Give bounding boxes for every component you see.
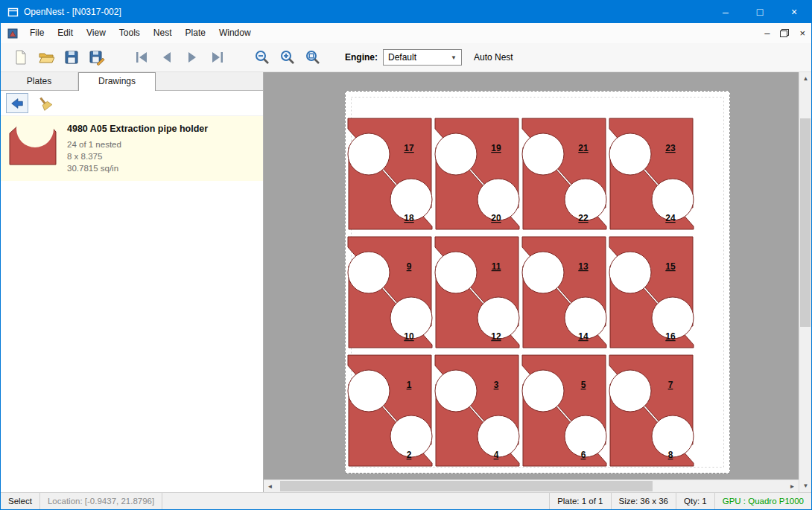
plate-sheet[interactable]: 171819202122232491011121314151612345678 (345, 91, 730, 474)
panel-tabs: Plates Drawings (1, 72, 263, 91)
back-button[interactable] (6, 93, 28, 113)
content-area: Plates Drawings 4980 A05 Extraction pipe… (1, 72, 811, 492)
part-number: 18 (404, 213, 414, 223)
window-title: OpenNest - [N0317-002] (24, 7, 708, 17)
part-pair[interactable]: 56 (522, 355, 606, 466)
last-plate-button[interactable] (205, 46, 230, 68)
part-number: 22 (578, 213, 589, 223)
part-pair[interactable]: 1920 (435, 118, 519, 229)
part-number: 3 (494, 380, 499, 390)
part-number: 15 (665, 261, 676, 272)
engine-dropdown[interactable]: Default ▼ (383, 49, 462, 66)
menu-window[interactable]: Window (212, 23, 258, 43)
part-number: 23 (665, 143, 676, 153)
go-last-icon (209, 49, 226, 66)
scroll-left-icon[interactable]: ◄ (264, 480, 276, 492)
part-pair[interactable]: 1516 (609, 237, 694, 348)
status-spacer (162, 493, 549, 509)
drawing-nested-count: 24 of 1 nested (67, 138, 208, 150)
status-location: Location: [-0.9437, 21.8796] (40, 493, 162, 509)
maximize-button[interactable]: □ (743, 1, 777, 23)
zoom-fit-icon (305, 49, 321, 66)
zoom-out-icon (254, 49, 270, 66)
status-size: Size: 36 x 36 (611, 493, 676, 509)
scroll-up-icon[interactable]: ▲ (799, 72, 812, 85)
document-icon (7, 28, 19, 39)
minimize-button[interactable]: – (708, 1, 743, 23)
part-number: 12 (491, 331, 501, 342)
mdi-close-button[interactable]: × (799, 28, 805, 39)
mdi-minimize-button[interactable]: – (764, 28, 770, 39)
engine-selected-value: Default (388, 52, 416, 63)
part-pair[interactable]: 2324 (609, 118, 694, 229)
go-first-icon (133, 49, 150, 66)
drawing-item-info: 4980 A05 Extraction pipe holder 24 of 1 … (67, 123, 208, 174)
open-button[interactable] (34, 46, 59, 68)
part-number: 20 (491, 213, 501, 223)
horizontal-scroll-thumb[interactable] (280, 481, 653, 491)
clean-button[interactable] (34, 93, 56, 113)
back-arrow-icon (10, 96, 25, 111)
open-folder-icon (38, 49, 54, 66)
scroll-right-icon[interactable]: ► (786, 480, 799, 492)
close-button[interactable]: × (777, 1, 811, 23)
part-pair[interactable]: 2122 (522, 118, 606, 229)
part-pair[interactable]: 78 (609, 355, 694, 466)
go-next-icon (184, 49, 200, 66)
status-gpu: GPU : Quadro P1000 (714, 493, 811, 509)
part-pair[interactable]: 1112 (435, 237, 519, 348)
menu-nest[interactable]: Nest (147, 23, 179, 43)
parts-panel: Plates Drawings 4980 A05 Extraction pipe… (1, 72, 264, 492)
save-edit-button[interactable] (84, 46, 110, 68)
scroll-down-icon[interactable]: ▼ (799, 479, 812, 492)
mdi-restore-button[interactable] (780, 29, 789, 37)
chevron-down-icon: ▼ (451, 54, 457, 61)
new-document-icon (13, 49, 29, 66)
menu-tools[interactable]: Tools (112, 23, 147, 43)
save-icon (63, 49, 80, 66)
previous-plate-button[interactable] (154, 46, 180, 68)
part-pair[interactable]: 1718 (348, 118, 432, 229)
menu-plate[interactable]: Plate (179, 23, 212, 43)
part-thumbnail-icon (8, 123, 57, 174)
zoom-fit-button[interactable] (300, 46, 326, 68)
status-qty: Qty: 1 (676, 493, 714, 509)
zoom-in-icon (279, 49, 296, 66)
drawing-title: 4980 A05 Extraction pipe holder (67, 124, 208, 134)
part-number: 11 (492, 261, 501, 272)
menu-view[interactable]: View (80, 23, 112, 43)
menu-file[interactable]: File (23, 23, 51, 43)
menu-edit[interactable]: Edit (51, 23, 80, 43)
first-plate-button[interactable] (129, 46, 154, 68)
part-pair[interactable]: 1314 (522, 237, 606, 348)
part-number: 13 (578, 261, 589, 272)
part-number: 7 (668, 380, 673, 390)
vertical-scrollbar[interactable]: ▲ ▼ (799, 72, 811, 492)
part-number: 2 (407, 450, 412, 460)
horizontal-scrollbar[interactable]: ◄ ► (264, 479, 799, 492)
tab-drawings[interactable]: Drawings (78, 72, 156, 91)
vertical-scroll-thumb[interactable] (800, 118, 811, 327)
nest-canvas[interactable]: 171819202122232491011121314151612345678 … (264, 72, 799, 492)
status-plate: Plate: 1 of 1 (549, 493, 610, 509)
zoom-in-button[interactable] (275, 46, 300, 68)
new-button[interactable] (8, 46, 34, 68)
part-number: 24 (665, 213, 676, 223)
app-window: OpenNest - [N0317-002] – □ × File Edit V… (0, 0, 812, 510)
status-mode: Select (1, 493, 40, 509)
menu-bar: File Edit View Tools Nest Plate Window –… (1, 23, 811, 43)
status-bar: Select Location: [-0.9437, 21.8796] Plat… (1, 492, 811, 509)
drawings-toolbar (1, 91, 263, 116)
save-button[interactable] (59, 46, 84, 68)
tab-plates[interactable]: Plates (1, 72, 78, 90)
auto-nest-button[interactable]: Auto Nest (474, 52, 513, 63)
part-number: 6 (581, 450, 586, 460)
part-pair[interactable]: 34 (435, 355, 519, 466)
part-pair[interactable]: 910 (348, 237, 432, 348)
part-pair[interactable]: 12 (348, 355, 432, 466)
part-number: 8 (668, 450, 673, 460)
next-plate-button[interactable] (180, 46, 205, 68)
zoom-out-button[interactable] (250, 46, 275, 68)
drawing-list-item[interactable]: 4980 A05 Extraction pipe holder 24 of 1 … (1, 116, 263, 181)
nested-parts-view[interactable]: 171819202122232491011121314151612345678 (346, 92, 729, 473)
